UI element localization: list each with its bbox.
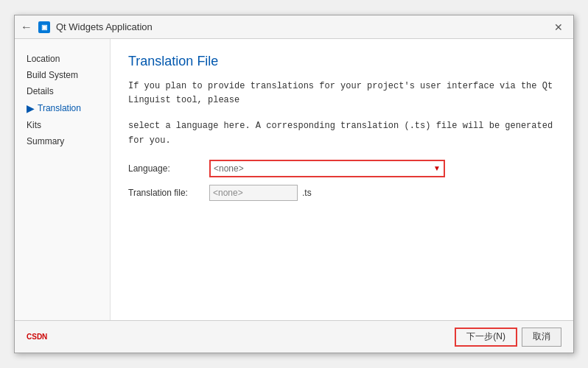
language-row: Language: <none> ▼ bbox=[128, 160, 556, 177]
sidebar: Location Build System Details ▶ Translat… bbox=[15, 39, 111, 320]
sidebar-item-kits[interactable]: Kits bbox=[15, 117, 110, 133]
sidebar-item-label-translation: Translation bbox=[38, 103, 81, 113]
app-icon: ▣ bbox=[38, 21, 50, 33]
sidebar-item-label-details: Details bbox=[27, 86, 54, 96]
translation-file-row: Translation file: .ts bbox=[128, 185, 556, 201]
main-panel: Translation File If you plan to provide … bbox=[111, 39, 573, 320]
close-button[interactable]: ✕ bbox=[550, 18, 567, 36]
ts-suffix-label: .ts bbox=[302, 188, 312, 198]
dropdown-arrow-icon: ▼ bbox=[433, 164, 441, 172]
dialog: ← ▣ Qt Widgets Application ✕ Location Bu… bbox=[14, 15, 574, 353]
sidebar-item-translation[interactable]: ▶ Translation bbox=[15, 99, 110, 117]
next-button[interactable]: 下一步(N) bbox=[455, 328, 517, 347]
translation-file-input[interactable] bbox=[209, 185, 298, 201]
sidebar-item-summary[interactable]: Summary bbox=[15, 133, 110, 149]
translation-file-control-wrapper: .ts bbox=[209, 185, 556, 201]
cancel-button[interactable]: 取消 bbox=[522, 328, 561, 347]
description-line2: select a language here. A corresponding … bbox=[128, 119, 556, 147]
dialog-title: Qt Widgets Application bbox=[56, 21, 153, 32]
description-line1: If you plan to provide translations for … bbox=[128, 79, 556, 107]
language-dropdown[interactable]: <none> ▼ bbox=[209, 160, 445, 177]
active-arrow-icon: ▶ bbox=[27, 102, 35, 114]
title-bar-left: ← ▣ Qt Widgets Application bbox=[21, 21, 153, 34]
language-control-wrapper: <none> ▼ bbox=[209, 160, 556, 177]
content-area: Location Build System Details ▶ Translat… bbox=[15, 39, 573, 320]
footer: CSDN 下一步(N) 取消 bbox=[15, 320, 573, 353]
watermark: CSDN bbox=[27, 333, 47, 341]
sidebar-item-label-kits: Kits bbox=[27, 120, 41, 130]
sidebar-item-location[interactable]: Location bbox=[15, 51, 110, 67]
translation-file-label: Translation file: bbox=[128, 188, 209, 198]
back-arrow-icon[interactable]: ← bbox=[21, 21, 32, 34]
sidebar-item-details[interactable]: Details bbox=[15, 83, 110, 99]
sidebar-item-build-system[interactable]: Build System bbox=[15, 67, 110, 83]
page-title: Translation File bbox=[128, 54, 556, 69]
sidebar-item-label-build-system: Build System bbox=[27, 70, 78, 80]
title-bar: ← ▣ Qt Widgets Application ✕ bbox=[15, 15, 573, 39]
language-selected-value: <none> bbox=[214, 163, 244, 174]
language-label: Language: bbox=[128, 163, 209, 174]
sidebar-item-label-summary: Summary bbox=[27, 136, 64, 146]
sidebar-item-label-location: Location bbox=[27, 54, 60, 64]
